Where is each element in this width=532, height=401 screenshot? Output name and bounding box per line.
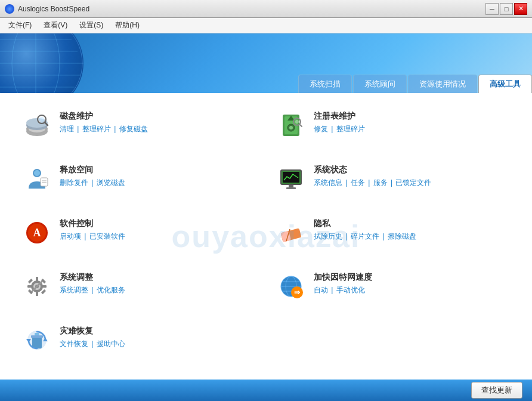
menu-view[interactable]: 查看(V) <box>39 19 72 32</box>
link-wipe-history[interactable]: 拭除历史 <box>314 232 342 240</box>
svg-rect-51 <box>41 289 46 294</box>
system-status-info: 系统状态 系统信息 | 任务 | 服务 | 已锁定文件 <box>314 165 509 188</box>
menu-settings[interactable]: 设置(S) <box>75 19 108 32</box>
software-control-title: 软件控制 <box>60 218 255 229</box>
svg-rect-48 <box>28 279 33 283</box>
link-repair-disk[interactable]: 修复磁盘 <box>119 125 148 133</box>
app-title: Auslogics BoostSpeed <box>18 5 89 13</box>
footer: 查找更新 <box>0 380 532 401</box>
internet-speed-info: 加快因特网速度 自动 | 手动优化 <box>314 272 509 295</box>
globe-decoration <box>0 33 119 93</box>
tool-system-tuneup[interactable]: 系统调整 系统调整 | 优化服务 <box>18 266 260 314</box>
disk-maintenance-icon <box>23 111 51 140</box>
link-optimize-services[interactable]: 优化服务 <box>97 286 125 294</box>
system-status-title: 系统状态 <box>314 165 509 175</box>
link-tasks[interactable]: 任务 <box>351 178 365 187</box>
link-services[interactable]: 服务 <box>373 178 388 187</box>
disk-maintenance-title: 磁盘维护 <box>60 111 255 122</box>
tool-free-space[interactable]: 释放空间 删除复件 | 浏览磁盘 <box>18 159 260 206</box>
privacy-info: 隐私 拭除历史 | 碎片文件 | 擦除磁盘 <box>314 218 509 242</box>
system-status-links: 系统信息 | 任务 | 服务 | 已锁定文件 <box>314 178 509 188</box>
tab-system-scan[interactable]: 系统扫描 <box>298 75 352 93</box>
link-locked-files[interactable]: 已锁定文件 <box>395 178 431 187</box>
svg-rect-44 <box>36 277 38 282</box>
svg-rect-33 <box>289 185 293 187</box>
free-space-info: 释放空间 删除复件 | 浏览磁盘 <box>60 165 255 188</box>
maximize-button[interactable]: □ <box>500 3 513 15</box>
software-control-links: 启动项 | 已安装软件 <box>60 232 255 242</box>
link-help-center[interactable]: 援助中心 <box>97 340 125 348</box>
link-delete-dupes[interactable]: 删除复件 <box>60 178 88 187</box>
software-control-info: 软件控制 启动项 | 已安装软件 <box>60 218 255 242</box>
disaster-recovery-links: 文件恢复 | 援助中心 <box>60 339 255 349</box>
title-bar-left: Auslogics BoostSpeed <box>5 4 89 14</box>
privacy-icon <box>277 218 305 247</box>
disaster-recovery-title: 灾难恢复 <box>60 326 255 337</box>
privacy-title: 隐私 <box>314 218 509 229</box>
tool-registry-maintenance[interactable]: 注册表维护 修复 | 整理碎片 <box>272 105 514 153</box>
internet-speed-title: 加快因特网速度 <box>314 272 509 283</box>
system-tuneup-icon <box>23 272 51 301</box>
free-space-icon <box>23 165 51 193</box>
link-wipe-disk[interactable]: 擦除磁盘 <box>388 232 416 240</box>
app-icon <box>5 4 14 14</box>
registry-maintenance-info: 注册表维护 修复 | 整理碎片 <box>314 111 509 134</box>
svg-rect-27 <box>41 178 48 186</box>
svg-rect-62 <box>32 337 42 348</box>
tab-resource-usage[interactable]: 资源使用情况 <box>408 75 477 93</box>
software-control-icon: A <box>23 218 51 247</box>
disk-maintenance-links: 清理 | 整理碎片 | 修复磁盘 <box>60 124 255 134</box>
link-browse-disk[interactable]: 浏览磁盘 <box>97 178 125 187</box>
link-defrag-reg[interactable]: 整理碎片 <box>336 125 365 133</box>
main-content: ouyaoxiazai 磁盘维护 清理 | 整理碎片 | <box>0 93 532 380</box>
svg-rect-64 <box>35 333 39 335</box>
svg-rect-34 <box>286 187 296 189</box>
link-fix[interactable]: 修复 <box>314 125 328 133</box>
link-defrag[interactable]: 整理碎片 <box>82 125 111 133</box>
globe-lines <box>0 33 83 93</box>
link-file-recovery[interactable]: 文件恢复 <box>60 340 88 348</box>
svg-line-24 <box>299 124 302 127</box>
svg-text:⇒: ⇒ <box>294 288 300 297</box>
svg-rect-45 <box>36 291 38 296</box>
internet-speed-links: 自动 | 手动优化 <box>314 285 509 295</box>
minimize-button[interactable]: ─ <box>485 3 499 15</box>
registry-maintenance-title: 注册表维护 <box>314 111 509 122</box>
link-shred-files[interactable]: 碎片文件 <box>351 232 379 240</box>
link-clean[interactable]: 清理 <box>60 125 74 133</box>
menu-file[interactable]: 文件(F) <box>4 19 36 32</box>
svg-text:A: A <box>33 227 41 239</box>
free-space-title: 释放空间 <box>60 165 255 175</box>
svg-rect-47 <box>42 285 47 288</box>
disk-maintenance-info: 磁盘维护 清理 | 整理碎片 | 修复磁盘 <box>60 111 255 134</box>
link-sysinfo[interactable]: 系统信息 <box>314 178 342 187</box>
nav-tabs: 系统扫描 系统顾问 资源使用情况 高级工具 <box>297 75 532 93</box>
empty-cell <box>272 320 514 368</box>
link-system-adjust[interactable]: 系统调整 <box>60 286 88 294</box>
tool-privacy[interactable]: 隐私 拭除历史 | 碎片文件 | 擦除磁盘 <box>272 212 514 260</box>
update-button[interactable]: 查找更新 <box>471 382 522 399</box>
tool-internet-speed[interactable]: ⇒ 加快因特网速度 自动 | 手动优化 <box>272 266 514 314</box>
tab-advanced-tools[interactable]: 高级工具 <box>478 75 532 93</box>
link-manual-optimize[interactable]: 手动优化 <box>336 286 365 294</box>
disaster-recovery-info: 灾难恢复 文件恢复 | 援助中心 <box>60 326 255 349</box>
menu-bar: 文件(F) 查看(V) 设置(S) 帮助(H) <box>0 18 532 33</box>
menu-help[interactable]: 帮助(H) <box>110 19 144 32</box>
system-tuneup-info: 系统调整 系统调整 | 优化服务 <box>60 272 255 295</box>
registry-maintenance-icon <box>277 111 305 140</box>
window-controls: ─ □ ✕ <box>485 3 527 15</box>
tool-software-control[interactable]: A 软件控制 启动项 | 已安装软件 <box>18 212 260 260</box>
tool-disk-maintenance[interactable]: 磁盘维护 清理 | 整理碎片 | 修复磁盘 <box>18 105 260 153</box>
disaster-recovery-icon <box>23 326 51 354</box>
privacy-links: 拭除历史 | 碎片文件 | 擦除磁盘 <box>314 232 509 242</box>
link-auto-optimize[interactable]: 自动 <box>314 286 328 294</box>
tool-disaster-recovery[interactable]: 灾难恢复 文件恢复 | 援助中心 <box>18 320 260 368</box>
free-space-links: 删除复件 | 浏览磁盘 <box>60 178 255 188</box>
tab-system-advisor[interactable]: 系统顾问 <box>353 75 407 93</box>
link-installed-sw[interactable]: 已安装软件 <box>89 232 125 240</box>
tool-system-status[interactable]: 系统状态 系统信息 | 任务 | 服务 | 已锁定文件 <box>272 159 514 206</box>
header-area: 系统扫描 系统顾问 资源使用情况 高级工具 <box>0 33 532 93</box>
svg-point-23 <box>295 120 299 124</box>
link-startup[interactable]: 启动项 <box>60 232 81 240</box>
close-button[interactable]: ✕ <box>514 3 527 15</box>
